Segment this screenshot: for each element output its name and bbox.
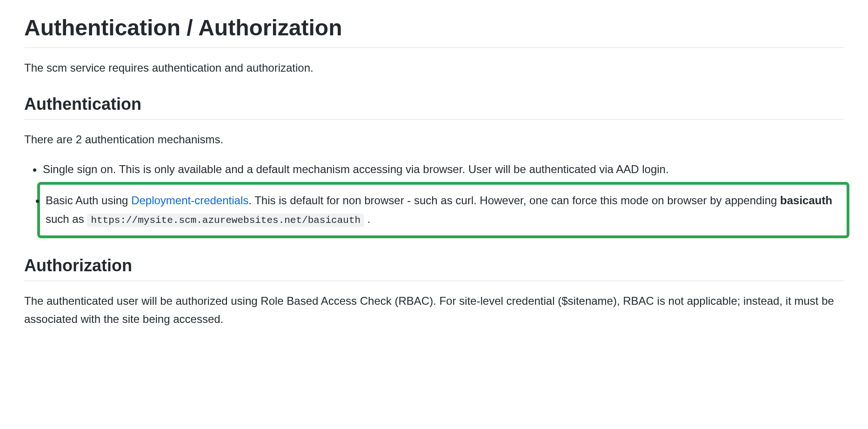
- authorization-heading: Authorization: [24, 255, 844, 281]
- authorization-paragraph: The authenticated user will be authorize…: [24, 292, 844, 328]
- text-span: . This is default for non browser - such…: [248, 194, 780, 207]
- authentication-list: Single sign on. This is only available a…: [24, 160, 844, 238]
- authentication-heading: Authentication: [24, 94, 844, 120]
- authentication-intro: There are 2 authentication mechanisms.: [24, 131, 844, 148]
- intro-paragraph: The scm service requires authentication …: [24, 59, 844, 77]
- page-title: Authentication / Authorization: [24, 14, 844, 48]
- list-item: Single sign on. This is only available a…: [43, 160, 844, 179]
- text-span: Basic Auth using: [46, 194, 131, 207]
- deployment-credentials-link[interactable]: Deployment-credentials: [131, 194, 248, 207]
- basicauth-url-code: https://mysite.scm.azurewebsites.net/bas…: [87, 214, 364, 227]
- basicauth-bold: basicauth: [780, 194, 832, 207]
- list-item: Basic Auth using Deployment-credentials.…: [46, 191, 843, 229]
- highlight-box: Basic Auth using Deployment-credentials.…: [37, 182, 849, 239]
- text-span: .: [364, 213, 370, 225]
- text-span: such as: [46, 213, 87, 225]
